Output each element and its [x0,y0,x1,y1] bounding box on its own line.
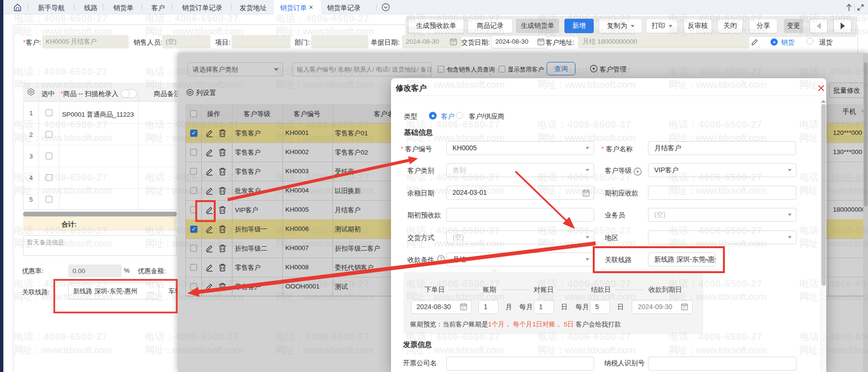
svg-text:?: ? [440,256,442,262]
